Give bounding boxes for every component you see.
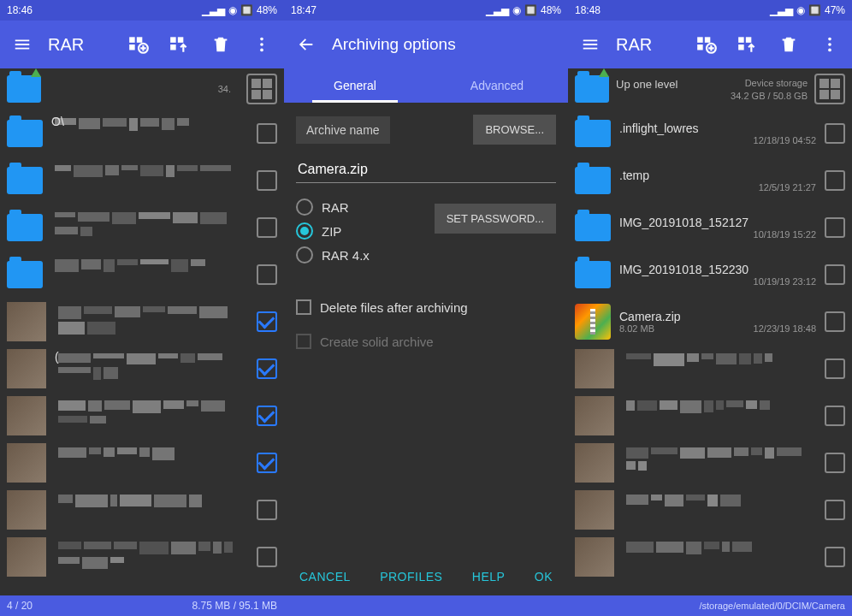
file-row[interactable]: .inflight_lowres12/18/19 04:52 — [568, 110, 852, 157]
top-bar: RAR — [568, 21, 852, 68]
format-rar4-radio[interactable]: RAR 4.x — [296, 243, 426, 267]
extract-icon[interactable] — [164, 29, 195, 60]
cancel-button[interactable]: CANCEL — [299, 570, 351, 583]
select-checkbox[interactable] — [257, 123, 277, 144]
select-checkbox[interactable] — [825, 217, 845, 238]
folder-icon — [575, 167, 611, 194]
select-checkbox[interactable] — [825, 358, 845, 379]
svg-rect-1 — [129, 44, 135, 50]
file-info — [623, 444, 816, 482]
file-info: .temp12/5/19 21:27 — [619, 169, 816, 192]
format-zip-radio[interactable]: ZIP — [296, 219, 426, 243]
file-row[interactable] — [0, 486, 284, 533]
svg-rect-4 — [170, 37, 176, 43]
svg-rect-10 — [697, 37, 703, 43]
back-icon[interactable] — [291, 29, 322, 60]
file-row[interactable]: IMG_20191018_15223010/19/19 23:12 — [568, 251, 852, 298]
file-row[interactable]: Camera.zip8.02 MB12/23/19 18:48 — [568, 298, 852, 345]
uprow-sub: 34. — [48, 84, 231, 94]
overflow-icon[interactable] — [246, 29, 277, 60]
file-info: .inflight_lowres12/18/19 04:52 — [619, 121, 816, 145]
thumbnail-icon — [7, 396, 46, 435]
ok-button[interactable]: OK — [535, 570, 553, 583]
select-checkbox[interactable] — [257, 311, 277, 332]
dialog-actions: CANCEL PROFILES HELP OK — [284, 558, 568, 595]
up-one-level-row[interactable]: 34. — [0, 68, 284, 110]
archive-name-input[interactable] — [296, 157, 556, 183]
delete-icon[interactable] — [205, 29, 236, 60]
tab-advanced[interactable]: Advanced — [426, 68, 568, 103]
file-row[interactable]: IMG_20191018_15212710/18/19 15:22 — [568, 204, 852, 251]
file-row[interactable] — [568, 392, 852, 439]
up-one-level-row[interactable]: Up one level Device storage 34.2 GB / 50… — [568, 68, 852, 110]
file-row[interactable] — [0, 533, 284, 580]
page-title: Archiving options — [332, 35, 456, 54]
tab-general[interactable]: General — [284, 68, 426, 103]
overflow-icon[interactable] — [814, 29, 845, 60]
status-bar: 18:47 ▁▃▅ ◉ 🔲 48% — [284, 0, 568, 21]
help-button[interactable]: HELP — [472, 570, 506, 583]
file-info — [51, 209, 248, 246]
file-info — [55, 397, 248, 435]
file-row[interactable] — [568, 486, 852, 533]
delete-after-checkbox[interactable]: Delete files after archiving — [296, 296, 556, 318]
menu-icon[interactable] — [7, 29, 38, 60]
select-checkbox[interactable] — [257, 217, 277, 238]
view-mode-toggle[interactable] — [814, 74, 845, 104]
thumbnail-icon — [575, 537, 614, 577]
select-checkbox[interactable] — [825, 406, 845, 426]
thumbnail-icon — [7, 302, 46, 341]
file-row[interactable] — [0, 439, 284, 486]
file-info — [623, 397, 816, 435]
select-checkbox[interactable] — [825, 123, 845, 144]
file-row[interactable]: O\ — [0, 110, 284, 157]
tab-bar: General Advanced — [284, 68, 568, 103]
format-rar-radio[interactable]: RAR — [296, 195, 426, 219]
archive-icon — [575, 304, 611, 340]
file-row[interactable] — [568, 533, 852, 580]
current-path: /storage/emulated/0/DCIM/Camera — [699, 601, 845, 611]
select-checkbox[interactable] — [257, 453, 277, 473]
battery-icon: 🔲 — [808, 4, 821, 16]
select-checkbox[interactable] — [825, 170, 845, 191]
wifi-icon: ◉ — [228, 4, 237, 16]
screen-file-list-result: 18:48 ▁▃▅ ◉ 🔲 47% RAR Up one level Devic… — [568, 0, 852, 616]
select-checkbox[interactable] — [825, 500, 845, 520]
add-archive-icon[interactable] — [123, 29, 154, 60]
select-checkbox[interactable] — [825, 264, 845, 285]
file-info: Camera.zip8.02 MB12/23/19 18:48 — [619, 310, 816, 334]
file-row[interactable] — [0, 298, 284, 345]
file-row[interactable] — [568, 345, 852, 392]
menu-icon[interactable] — [575, 29, 606, 60]
battery-pct: 47% — [825, 4, 845, 16]
view-mode-toggle[interactable] — [246, 74, 277, 104]
select-checkbox[interactable] — [257, 500, 277, 520]
uprow-size: 34.2 GB / 50.8 GB — [616, 91, 808, 101]
extract-icon[interactable] — [732, 29, 763, 60]
svg-rect-15 — [738, 44, 744, 50]
file-row[interactable] — [0, 251, 284, 298]
browse-button[interactable]: BROWSE... — [473, 115, 556, 145]
file-info — [55, 303, 248, 341]
file-list-content: Up one level Device storage 34.2 GB / 50… — [568, 68, 852, 595]
select-checkbox[interactable] — [257, 406, 277, 426]
file-row[interactable] — [0, 157, 284, 204]
file-row[interactable] — [0, 392, 284, 439]
select-checkbox[interactable] — [257, 264, 277, 285]
file-row[interactable] — [568, 439, 852, 486]
file-row[interactable]: .temp12/5/19 21:27 — [568, 157, 852, 204]
select-checkbox[interactable] — [825, 547, 845, 567]
add-archive-icon[interactable] — [691, 29, 722, 60]
file-row[interactable] — [0, 204, 284, 251]
set-password-button[interactable]: SET PASSWORD... — [435, 204, 556, 234]
profiles-button[interactable]: PROFILES — [380, 570, 442, 583]
select-checkbox[interactable] — [257, 547, 277, 567]
select-checkbox[interactable] — [825, 453, 845, 473]
battery-icon: 🔲 — [240, 4, 253, 16]
delete-icon[interactable] — [773, 29, 804, 60]
select-checkbox[interactable] — [257, 170, 277, 191]
file-info — [623, 350, 816, 388]
select-checkbox[interactable] — [257, 358, 277, 379]
select-checkbox[interactable] — [825, 311, 845, 332]
file-row[interactable]: ( — [0, 345, 284, 392]
